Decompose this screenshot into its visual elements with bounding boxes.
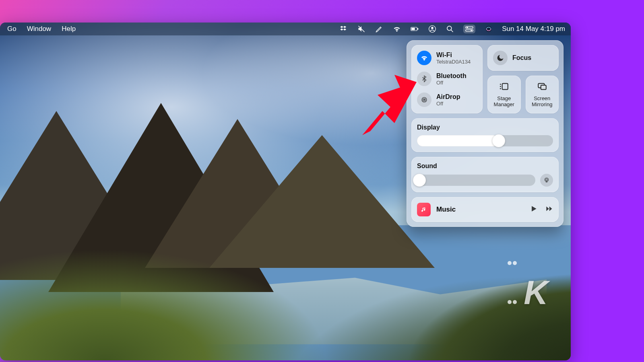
menu-bar: Go Window Help xyxy=(0,23,571,35)
svg-point-19 xyxy=(500,88,501,89)
control-center-toggle[interactable] xyxy=(463,25,475,33)
wifi-status-icon[interactable] xyxy=(392,25,401,33)
screen-mirroring-icon xyxy=(537,81,547,93)
siri-icon[interactable] xyxy=(484,25,493,33)
stage-manager-icon xyxy=(499,81,509,93)
screen-mirroring-button[interactable]: ScreenMirroring xyxy=(526,76,559,113)
svg-point-31 xyxy=(545,178,548,181)
screen-mirroring-label: Screen xyxy=(534,95,550,101)
music-app-icon xyxy=(417,203,431,216)
stage-manager-label: Stage xyxy=(497,95,511,101)
spotlight-search-icon[interactable] xyxy=(446,25,454,33)
menu-bar-left: Go Window Help xyxy=(7,25,76,33)
next-track-button[interactable] xyxy=(545,205,553,214)
svg-rect-16 xyxy=(502,83,508,89)
menu-item-go[interactable]: Go xyxy=(7,25,17,33)
svg-point-13 xyxy=(423,99,425,100)
focus-title: Focus xyxy=(512,54,531,62)
dropbox-icon[interactable] xyxy=(339,25,348,33)
display-card: Display xyxy=(411,118,559,152)
focus-card[interactable]: Focus xyxy=(487,45,559,71)
now-playing-card[interactable]: Music xyxy=(411,197,559,222)
menu-bar-right: Sun 14 May 4:19 pm xyxy=(339,25,565,33)
wifi-title: Wi-Fi xyxy=(436,51,471,59)
display-title: Display xyxy=(417,124,553,131)
menu-item-help[interactable]: Help xyxy=(62,25,76,33)
airplay-icon xyxy=(543,177,550,183)
play-button[interactable] xyxy=(530,205,538,214)
pencil-icon[interactable] xyxy=(375,25,384,33)
bluetooth-icon xyxy=(417,72,431,86)
sound-card: Sound xyxy=(411,157,559,192)
wifi-toggle[interactable]: Wi-Fi TelstraD0A134 xyxy=(417,51,477,65)
menu-item-window[interactable]: Window xyxy=(27,25,51,33)
svg-point-17 xyxy=(500,84,501,85)
svg-point-11 xyxy=(471,30,472,31)
control-center-panel: Wi-Fi TelstraD0A134 Bluetooth Off AirD xyxy=(407,40,564,227)
battery-icon[interactable] xyxy=(410,25,419,33)
svg-point-18 xyxy=(500,86,501,87)
sound-title: Sound xyxy=(417,162,553,170)
airdrop-icon xyxy=(417,93,431,107)
svg-line-7 xyxy=(451,30,453,32)
airplay-audio-button[interactable] xyxy=(540,174,553,187)
wifi-icon xyxy=(417,51,431,65)
connectivity-card: Wi-Fi TelstraD0A134 Bluetooth Off AirD xyxy=(411,45,483,113)
bluetooth-title: Bluetooth xyxy=(436,72,466,80)
airdrop-title: AirDrop xyxy=(436,93,460,101)
stage-manager-button[interactable]: StageManager xyxy=(487,76,521,113)
moon-icon xyxy=(493,51,508,65)
svg-point-32 xyxy=(546,179,548,181)
display-brightness-slider[interactable] xyxy=(417,135,553,146)
user-icon[interactable] xyxy=(428,25,437,33)
airdrop-toggle[interactable]: AirDrop Off xyxy=(417,93,477,107)
now-playing-title: Music xyxy=(436,206,524,214)
menu-bar-clock[interactable]: Sun 14 May 4:19 pm xyxy=(502,25,565,33)
svg-rect-3 xyxy=(417,28,418,30)
sound-volume-slider[interactable] xyxy=(417,175,535,186)
volume-muted-icon[interactable] xyxy=(357,25,366,33)
bluetooth-subtitle: Off xyxy=(436,80,466,86)
bluetooth-toggle[interactable]: Bluetooth Off xyxy=(417,72,477,86)
wifi-subtitle: TelstraD0A134 xyxy=(436,59,471,65)
svg-rect-2 xyxy=(411,28,415,30)
airdrop-subtitle: Off xyxy=(436,101,460,107)
desktop-frame: K Go Window Help xyxy=(0,23,571,360)
svg-rect-21 xyxy=(541,85,546,90)
svg-point-5 xyxy=(431,27,433,29)
svg-point-6 xyxy=(447,26,452,31)
watermark: K xyxy=(508,234,547,312)
svg-point-9 xyxy=(466,27,468,28)
